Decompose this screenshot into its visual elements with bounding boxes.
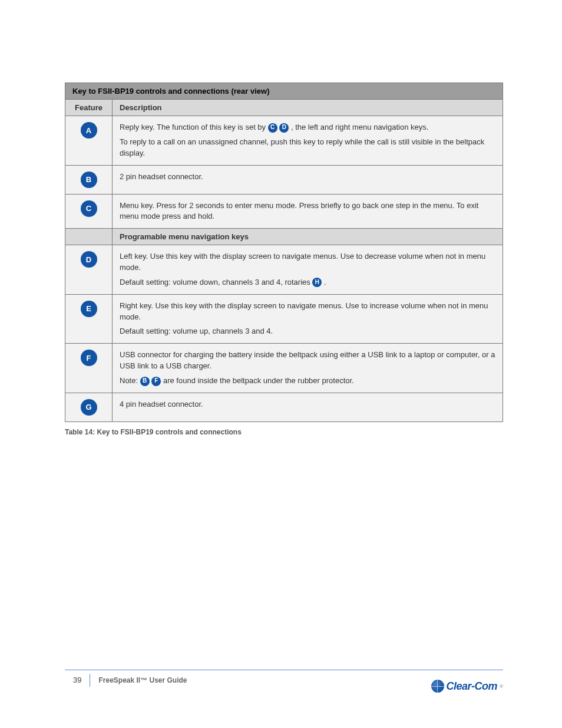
row-desc-cell: Menu key. Press for 2 seconds to enter m… xyxy=(113,194,503,229)
ref-badge: F xyxy=(151,377,161,386)
ref-badge: H xyxy=(312,278,322,287)
doc-title: FreeSpeak II™ User Guide xyxy=(90,676,187,684)
key-badge: B xyxy=(81,172,97,188)
brand-text: Clear-Com xyxy=(447,680,498,693)
page-content: Key to FSII-BP19 controls and connection… xyxy=(0,0,562,436)
brand-logo: Clear-Com ® xyxy=(431,680,503,693)
row-desc-cell: Right key. Use this key with the display… xyxy=(113,294,503,344)
text: Default setting: volume up, channels 3 a… xyxy=(120,326,495,337)
ref-badge: B xyxy=(140,377,150,386)
globe-icon xyxy=(431,680,444,693)
table-row: D Left key. Use this key with the displa… xyxy=(65,245,503,295)
table-row: B 2 pin headset connector. xyxy=(65,165,503,194)
row-desc-cell: Reply key. The function of this key is s… xyxy=(113,116,503,166)
key-badge: C xyxy=(81,200,97,217)
row-key-cell: F xyxy=(65,344,113,393)
table-row: C Menu key. Press for 2 seconds to enter… xyxy=(65,194,503,229)
row-key-cell: C xyxy=(65,194,113,229)
table-title: Key to FSII-BP19 controls and connection… xyxy=(65,83,503,100)
page-number: 39 xyxy=(65,674,90,687)
row-desc-cell: Left key. Use this key with the display … xyxy=(113,245,503,295)
text: Note: xyxy=(120,376,140,385)
row-desc-cell: 2 pin headset connector. xyxy=(113,165,503,194)
row-desc-cell: 4 pin headset connector. xyxy=(113,393,503,421)
registered-mark: ® xyxy=(500,684,503,689)
text: Default setting: volume down, channels 3… xyxy=(120,278,312,286)
text: 4 pin headset connector. xyxy=(120,399,495,410)
header-description: Description xyxy=(113,100,503,116)
row-key-cell: A xyxy=(65,116,113,166)
row-desc-cell: USB connector for charging the battery i… xyxy=(113,344,503,393)
table-row: G 4 pin headset connector. xyxy=(65,393,503,421)
text: Left key. Use this key with the display … xyxy=(120,251,495,274)
table-row: E Right key. Use this key with the displ… xyxy=(65,294,503,344)
key-badge: A xyxy=(81,122,97,139)
key-badge: D xyxy=(81,251,97,268)
controls-table: Key to FSII-BP19 controls and connection… xyxy=(65,83,503,422)
row-key-cell: B xyxy=(65,165,113,194)
table-row: A Reply key. The function of this key is… xyxy=(65,116,503,166)
ref-badge: C xyxy=(268,123,277,133)
ref-badge: D xyxy=(279,123,289,133)
row-key-cell: D xyxy=(65,245,113,295)
nav-header-row: Programable menu navigation keys xyxy=(65,229,503,245)
row-key-cell: E xyxy=(65,294,113,344)
table-header-row: Feature Description xyxy=(65,100,503,116)
table-caption: Table 14: Key to FSII-BP19 controls and … xyxy=(65,428,503,436)
text: 2 pin headset connector. xyxy=(120,172,495,183)
key-badge: G xyxy=(81,399,97,416)
text: Menu key. Press for 2 seconds to enter m… xyxy=(120,200,495,223)
header-feature: Feature xyxy=(65,100,113,116)
text: Right key. Use this key with the display… xyxy=(120,301,495,323)
text: To reply to a call on an unassigned chan… xyxy=(120,137,495,159)
text: , the left and right menu navigation key… xyxy=(291,123,428,131)
key-badge: F xyxy=(81,350,97,366)
table-title-row: Key to FSII-BP19 controls and connection… xyxy=(65,83,503,100)
text: USB connector for charging the battery i… xyxy=(120,350,495,372)
row-key-cell: G xyxy=(65,393,113,421)
text: Reply key. The function of this key is s… xyxy=(120,123,268,131)
nav-header: Programable menu navigation keys xyxy=(113,229,503,245)
text: are found inside the beltpack under the … xyxy=(163,376,354,385)
key-badge: E xyxy=(81,301,97,317)
text: . xyxy=(324,278,326,286)
table-row: F USB connector for charging the battery… xyxy=(65,344,503,393)
